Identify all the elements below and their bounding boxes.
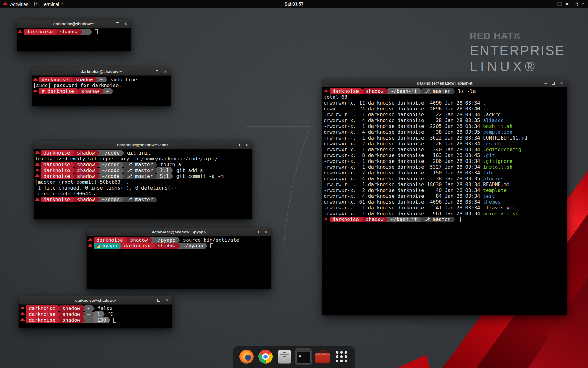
terminal-cursor <box>113 318 116 323</box>
powerline-separator-icon <box>150 237 153 243</box>
maximize-button[interactable] <box>256 231 259 233</box>
terminal-text: -rwxrwxr-x. 1 darknoise darknoise 961 Ja… <box>324 211 483 217</box>
close-button[interactable]: ✕ <box>165 298 169 302</box>
terminal-text: template <box>483 187 507 193</box>
terminal-text: bash_it.sh <box>483 123 512 129</box>
minimize-button[interactable]: – <box>109 22 111 26</box>
prompt-segment: 1 <box>95 311 103 317</box>
terminal-text: drwxrwxr-x. 4 darknoise darknoise 84 Jan… <box>324 193 483 199</box>
terminal-line: drwxrwxr-x. 4 darknoise darknoise 38 Jan… <box>324 117 566 123</box>
powerline-separator-icon <box>171 168 173 173</box>
prompt-segment: darknoise <box>122 243 153 249</box>
dock-firefox[interactable] <box>238 348 255 365</box>
close-button[interactable]: ✕ <box>264 230 267 234</box>
powerline-separator-icon <box>122 197 124 202</box>
terminal-text: [sudo] password for darknoise: <box>33 82 125 88</box>
close-button[interactable]: ✕ <box>560 81 563 85</box>
powerline-separator-icon <box>453 217 455 222</box>
terminal-text: sudo true <box>107 77 137 82</box>
powerline-separator-icon <box>153 243 155 249</box>
terminal-line: darknoiseshadow~/bash-it⎇ master ls -la <box>324 88 566 94</box>
prompt-segment: darknoise <box>330 88 361 94</box>
window-titlebar[interactable]: darknoise@shadow:~–✕ <box>17 20 131 28</box>
close-button[interactable]: ✕ <box>164 70 167 74</box>
powerline-separator-icon <box>55 29 58 35</box>
firefox-icon <box>239 350 254 364</box>
maximize-button[interactable] <box>552 82 555 85</box>
maximize-button[interactable] <box>157 299 160 302</box>
app-menu-terminal[interactable]: >_ Terminal ▼ <box>31 0 66 8</box>
terminal-content[interactable]: darknoiseshadow~ falsedarknoiseshadow~1 … <box>19 305 172 328</box>
powerline-separator-icon <box>122 174 124 179</box>
window-title: darknoise@shadow:~ <box>40 298 151 303</box>
terminal-icon-glyph: $ <box>299 353 301 358</box>
minimize-button[interactable]: – <box>148 70 150 74</box>
powerline-separator-icon <box>108 317 111 323</box>
dock-app-grid[interactable] <box>333 348 350 365</box>
activities-button[interactable]: Activities <box>0 0 31 8</box>
prompt-segment: shadow <box>73 77 96 82</box>
maximize-button[interactable] <box>237 144 240 146</box>
prompt-segment: shadow <box>128 237 150 243</box>
window-titlebar[interactable]: darknoise@shadow:~–✕ <box>19 296 172 305</box>
powerline-separator-icon <box>122 150 124 156</box>
terminal-cursor <box>160 197 163 202</box>
redhat-prompt-icon <box>18 29 22 34</box>
prompt-segment: shadow <box>75 150 97 156</box>
terminal-window-exit-codes: darknoise@shadow:~–✕darknoiseshadow~ fal… <box>19 296 172 328</box>
close-button[interactable]: ✕ <box>124 22 127 26</box>
terminal-line: total 68 <box>324 94 566 100</box>
terminal-text: ^C <box>105 311 114 317</box>
terminal-content[interactable]: darknoiseshadow~ <box>17 28 131 51</box>
minimize-button[interactable]: – <box>545 81 547 85</box>
minimize-button[interactable]: – <box>230 143 232 147</box>
window-title: darknoise@shadow:~ <box>53 69 149 74</box>
terminal-text: drwxrwxr-x. 4 darknoise darknoise 38 Jan… <box>324 117 483 123</box>
terminal-line: [master (root-commit) 50bcb63] . <box>35 179 251 185</box>
terminal-text: uninstall.sh <box>483 211 518 217</box>
terminal-line: Initialized empty Git repository in /hom… <box>35 156 251 162</box>
terminal-text: create mode 100644 a <box>35 191 97 197</box>
terminal-window-code: darknoise@shadow:~/code–✕darknoiseshadow… <box>34 141 252 219</box>
window-titlebar[interactable]: darknoise@shadow:~/pyapp–✕ <box>87 228 271 236</box>
terminal-content[interactable]: darknoiseshadow~/code git initInitialize… <box>34 149 252 219</box>
dock-terminal[interactable]: $ <box>295 348 312 365</box>
window-titlebar[interactable]: darknoise@shadow:~–✕ <box>32 67 171 76</box>
dock-chrome[interactable] <box>257 348 274 365</box>
terminal-content[interactable]: darknoiseshadow~/pyapp source bin/activa… <box>87 236 271 289</box>
terminal-text: source bin/activate <box>180 237 239 243</box>
terminal-content[interactable]: darknoiseshadow~/bash-it⎇ master ls -lat… <box>322 87 567 315</box>
powerline-separator-icon <box>171 174 173 179</box>
terminal-text: Initialized empty Git repository in /hom… <box>35 156 218 162</box>
minimize-button[interactable]: – <box>150 298 152 302</box>
terminal-line: darknoiseshadow~/code⎇ master touch a <box>35 162 251 167</box>
terminal-text: git add a <box>173 167 203 173</box>
terminal-content[interactable]: darknoiseshadow~ sudo true[sudo] passwor… <box>32 76 171 106</box>
terminal-cursor <box>95 29 98 34</box>
terminal-text: .editorconfig <box>483 147 521 152</box>
powerline-separator-icon <box>96 77 98 82</box>
window-titlebar[interactable]: darknoise@shadow:~/bash-it–✕ <box>322 79 567 87</box>
maximize-button[interactable] <box>156 70 158 73</box>
prompt-segment: ~/code <box>100 150 122 156</box>
redhat-prompt-icon <box>20 306 25 311</box>
powerline-separator-icon <box>453 89 455 94</box>
terminal-line: darknoiseshadow~ false <box>20 305 171 311</box>
minimize-button[interactable]: – <box>249 230 251 234</box>
close-button[interactable]: ✕ <box>245 143 248 147</box>
powerline-separator-icon <box>361 89 364 94</box>
prompt-segment: ~/pyapp <box>180 243 205 249</box>
terminal-line: drwxrwxr-x. 2 darknoise darknoise 150 Ja… <box>324 170 566 176</box>
clock[interactable]: Sat 03:57 <box>285 2 303 6</box>
dock-files[interactable] <box>276 348 293 365</box>
prompt-segment: ~/code <box>100 173 122 179</box>
powerline-separator-icon <box>77 89 79 94</box>
prompt-segment: 130 <box>95 317 108 323</box>
system-tray[interactable]: ▼ <box>557 0 588 8</box>
terminal-line: [sudo] password for darknoise: <box>33 82 169 88</box>
redhat-prompt-icon <box>35 174 40 178</box>
maximize-button[interactable] <box>116 22 119 25</box>
prompt-segment: ?:1 <box>157 167 171 173</box>
window-titlebar[interactable]: darknoise@shadow:~/code–✕ <box>34 141 252 149</box>
dock-toolbox[interactable] <box>314 348 331 365</box>
